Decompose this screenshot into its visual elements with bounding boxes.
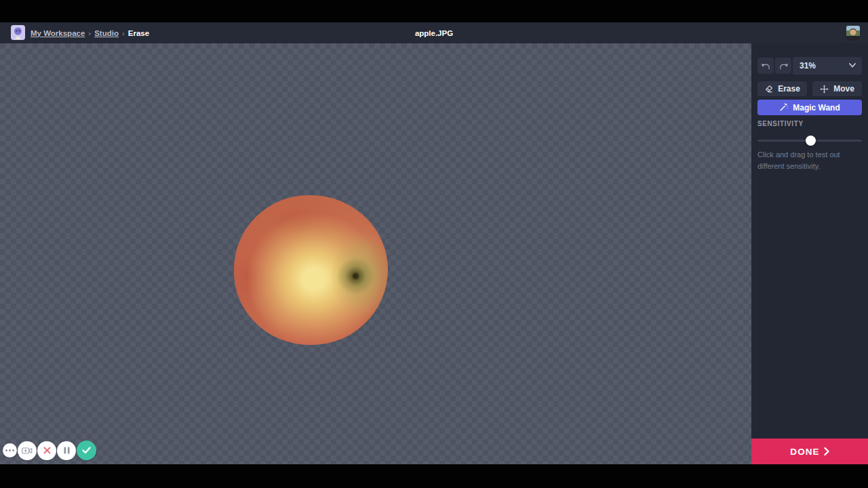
sensitivity-helper-text: Click and drag to test out different sen… xyxy=(757,149,859,172)
user-avatar[interactable] xyxy=(846,26,860,41)
sensitivity-knob[interactable] xyxy=(806,136,816,146)
chevron-down-icon xyxy=(849,63,856,68)
zoom-level-dropdown[interactable]: 31% xyxy=(793,57,862,75)
done-button[interactable]: DONE xyxy=(751,439,868,464)
apple-image[interactable] xyxy=(234,195,388,345)
magic-wand-icon xyxy=(779,103,788,112)
move-tool-label: Move xyxy=(833,84,854,94)
move-tool-button[interactable]: Move xyxy=(812,81,862,96)
pause-icon xyxy=(64,447,70,454)
undo-icon xyxy=(761,62,771,70)
zoom-level-value: 31% xyxy=(800,61,816,70)
pause-button[interactable] xyxy=(57,441,76,460)
ellipsis-icon xyxy=(5,449,14,451)
redo-icon xyxy=(778,62,789,70)
more-options-button[interactable] xyxy=(3,443,17,458)
camera-button[interactable] xyxy=(18,441,37,460)
sensitivity-slider[interactable] xyxy=(757,136,862,146)
bottom-letterbox-bar xyxy=(0,464,868,488)
playback-action-bar xyxy=(3,441,96,460)
magic-wand-tool-button[interactable]: Magic Wand xyxy=(757,100,862,115)
cancel-button[interactable] xyxy=(37,441,56,460)
tool-sidebar: 31% Erase Move Magic Wand SENSITIVITY Cl… xyxy=(751,43,868,439)
sensitivity-label: SENSITIVITY xyxy=(757,120,804,127)
done-button-label: DONE xyxy=(790,447,819,457)
check-icon xyxy=(82,447,91,454)
camera-plus-icon xyxy=(22,447,33,455)
chevron-right-icon xyxy=(824,447,829,455)
edit-canvas[interactable] xyxy=(0,43,751,464)
eraser-icon xyxy=(764,85,773,94)
erase-tool-button[interactable]: Erase xyxy=(757,81,807,96)
top-letterbox-bar xyxy=(0,0,868,22)
undo-button[interactable] xyxy=(757,58,774,74)
move-icon xyxy=(820,85,829,94)
erase-tool-label: Erase xyxy=(778,84,800,94)
close-icon xyxy=(43,447,51,454)
header-bar: My Workspace › Studio › Erase apple.JPG xyxy=(0,22,868,43)
document-title: apple.JPG xyxy=(0,29,868,37)
redo-button[interactable] xyxy=(775,58,791,74)
magic-wand-tool-label: Magic Wand xyxy=(793,103,840,113)
confirm-button[interactable] xyxy=(77,441,96,460)
